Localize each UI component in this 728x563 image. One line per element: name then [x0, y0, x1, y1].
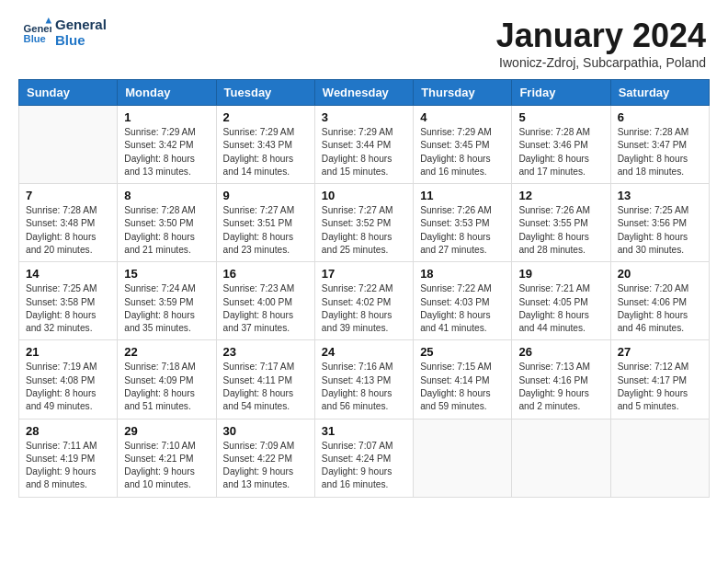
calendar-cell: 30Sunrise: 7:09 AM Sunset: 4:22 PM Dayli…: [216, 419, 314, 497]
calendar-cell: 12Sunrise: 7:26 AM Sunset: 3:55 PM Dayli…: [512, 184, 610, 262]
day-number: 6: [618, 110, 702, 124]
day-info: Sunrise: 7:16 AM Sunset: 4:13 PM Dayligh…: [322, 361, 406, 413]
day-info: Sunrise: 7:22 AM Sunset: 4:03 PM Dayligh…: [420, 282, 505, 335]
day-number: 1: [124, 110, 209, 124]
calendar-cell: [512, 419, 610, 497]
calendar-header: SundayMondayTuesdayWednesdayThursdayFrid…: [19, 80, 710, 106]
day-number: 5: [518, 110, 603, 124]
calendar-cell: 1Sunrise: 7:29 AM Sunset: 3:42 PM Daylig…: [118, 106, 216, 184]
day-number: 13: [618, 189, 702, 202]
day-info: Sunrise: 7:29 AM Sunset: 3:45 PM Dayligh…: [420, 126, 505, 178]
calendar-cell: 11Sunrise: 7:26 AM Sunset: 3:53 PM Dayli…: [414, 184, 512, 262]
day-number: 7: [26, 189, 110, 202]
day-number: 11: [420, 189, 505, 202]
day-info: Sunrise: 7:29 AM Sunset: 3:43 PM Dayligh…: [223, 126, 308, 178]
day-header-tuesday: Tuesday: [216, 80, 314, 106]
calendar-cell: [610, 419, 709, 497]
day-number: 3: [322, 110, 406, 124]
calendar-cell: 17Sunrise: 7:22 AM Sunset: 4:02 PM Dayli…: [314, 262, 413, 340]
calendar-week-1: 7Sunrise: 7:28 AM Sunset: 3:48 PM Daylig…: [19, 184, 710, 262]
day-number: 21: [26, 345, 110, 359]
calendar-cell: [414, 419, 512, 497]
day-info: Sunrise: 7:27 AM Sunset: 3:51 PM Dayligh…: [223, 204, 308, 257]
day-number: 9: [223, 189, 308, 202]
day-header-thursday: Thursday: [414, 80, 512, 106]
day-info: Sunrise: 7:22 AM Sunset: 4:02 PM Dayligh…: [322, 282, 406, 335]
day-number: 20: [618, 267, 702, 281]
day-header-friday: Friday: [512, 80, 610, 106]
calendar-cell: 19Sunrise: 7:21 AM Sunset: 4:05 PM Dayli…: [512, 262, 610, 340]
day-info: Sunrise: 7:07 AM Sunset: 4:24 PM Dayligh…: [322, 440, 406, 492]
day-info: Sunrise: 7:09 AM Sunset: 4:22 PM Dayligh…: [223, 440, 308, 492]
svg-marker-2: [46, 17, 51, 23]
calendar-cell: 18Sunrise: 7:22 AM Sunset: 4:03 PM Dayli…: [414, 262, 512, 340]
day-info: Sunrise: 7:26 AM Sunset: 3:53 PM Dayligh…: [420, 204, 505, 257]
day-info: Sunrise: 7:18 AM Sunset: 4:09 PM Dayligh…: [124, 361, 209, 413]
day-number: 29: [124, 424, 209, 438]
calendar-cell: 31Sunrise: 7:07 AM Sunset: 4:24 PM Dayli…: [314, 419, 413, 497]
day-number: 10: [322, 189, 406, 202]
day-number: 19: [518, 267, 603, 281]
day-number: 25: [420, 345, 505, 359]
calendar-cell: 14Sunrise: 7:25 AM Sunset: 3:58 PM Dayli…: [19, 262, 118, 340]
day-info: Sunrise: 7:19 AM Sunset: 4:08 PM Dayligh…: [26, 361, 110, 413]
title-block: January 2024 Iwonicz-Zdroj, Subcarpathia…: [496, 17, 706, 70]
day-info: Sunrise: 7:17 AM Sunset: 4:11 PM Dayligh…: [223, 361, 308, 413]
calendar-cell: 29Sunrise: 7:10 AM Sunset: 4:21 PM Dayli…: [118, 419, 216, 497]
logo-blue: Blue: [55, 32, 107, 48]
calendar-cell: 24Sunrise: 7:16 AM Sunset: 4:13 PM Dayli…: [314, 340, 413, 419]
calendar-cell: 27Sunrise: 7:12 AM Sunset: 4:17 PM Dayli…: [610, 340, 709, 419]
page-header: General Blue General Blue January 2024 I…: [0, 0, 728, 79]
day-info: Sunrise: 7:12 AM Sunset: 4:17 PM Dayligh…: [618, 361, 702, 413]
calendar-cell: 16Sunrise: 7:23 AM Sunset: 4:00 PM Dayli…: [216, 262, 314, 340]
calendar-cell: [19, 106, 118, 184]
calendar-cell: 15Sunrise: 7:24 AM Sunset: 3:59 PM Dayli…: [118, 262, 216, 340]
location-subtitle: Iwonicz-Zdroj, Subcarpathia, Poland: [496, 55, 706, 70]
day-info: Sunrise: 7:11 AM Sunset: 4:19 PM Dayligh…: [26, 440, 110, 492]
calendar-cell: 28Sunrise: 7:11 AM Sunset: 4:19 PM Dayli…: [19, 419, 118, 497]
calendar-cell: 4Sunrise: 7:29 AM Sunset: 3:45 PM Daylig…: [414, 106, 512, 184]
day-number: 12: [518, 189, 603, 202]
calendar-cell: 21Sunrise: 7:19 AM Sunset: 4:08 PM Dayli…: [19, 340, 118, 419]
day-number: 8: [124, 189, 209, 202]
day-info: Sunrise: 7:23 AM Sunset: 4:00 PM Dayligh…: [223, 282, 308, 335]
calendar-cell: 13Sunrise: 7:25 AM Sunset: 3:56 PM Dayli…: [610, 184, 709, 262]
calendar-cell: 2Sunrise: 7:29 AM Sunset: 3:43 PM Daylig…: [216, 106, 314, 184]
day-info: Sunrise: 7:29 AM Sunset: 3:42 PM Dayligh…: [124, 126, 209, 178]
logo-icon: General Blue: [22, 17, 51, 47]
logo: General Blue General Blue: [22, 17, 107, 49]
day-number: 16: [223, 267, 308, 281]
calendar-cell: 8Sunrise: 7:28 AM Sunset: 3:50 PM Daylig…: [118, 184, 216, 262]
calendar-week-3: 21Sunrise: 7:19 AM Sunset: 4:08 PM Dayli…: [19, 340, 710, 419]
calendar-week-2: 14Sunrise: 7:25 AM Sunset: 3:58 PM Dayli…: [19, 262, 710, 340]
day-info: Sunrise: 7:21 AM Sunset: 4:05 PM Dayligh…: [518, 282, 603, 335]
calendar-body: 1Sunrise: 7:29 AM Sunset: 3:42 PM Daylig…: [19, 106, 710, 498]
day-info: Sunrise: 7:13 AM Sunset: 4:16 PM Dayligh…: [518, 361, 603, 413]
calendar-cell: 3Sunrise: 7:29 AM Sunset: 3:44 PM Daylig…: [314, 106, 413, 184]
calendar-table: SundayMondayTuesdayWednesdayThursdayFrid…: [18, 79, 710, 498]
day-number: 23: [223, 345, 308, 359]
day-number: 24: [322, 345, 406, 359]
day-info: Sunrise: 7:28 AM Sunset: 3:48 PM Dayligh…: [26, 204, 110, 257]
calendar-cell: 22Sunrise: 7:18 AM Sunset: 4:09 PM Dayli…: [118, 340, 216, 419]
calendar-week-4: 28Sunrise: 7:11 AM Sunset: 4:19 PM Dayli…: [19, 419, 710, 497]
day-info: Sunrise: 7:20 AM Sunset: 4:06 PM Dayligh…: [618, 282, 702, 335]
svg-text:General: General: [24, 23, 51, 34]
logo-general: General: [55, 17, 107, 32]
day-info: Sunrise: 7:25 AM Sunset: 3:56 PM Dayligh…: [618, 204, 702, 257]
svg-text:Blue: Blue: [24, 33, 46, 44]
day-header-saturday: Saturday: [610, 80, 709, 106]
calendar-cell: 5Sunrise: 7:28 AM Sunset: 3:46 PM Daylig…: [512, 106, 610, 184]
day-number: 30: [223, 424, 308, 438]
day-info: Sunrise: 7:28 AM Sunset: 3:46 PM Dayligh…: [518, 126, 603, 178]
calendar-cell: 23Sunrise: 7:17 AM Sunset: 4:11 PM Dayli…: [216, 340, 314, 419]
day-info: Sunrise: 7:28 AM Sunset: 3:50 PM Dayligh…: [124, 204, 209, 257]
day-number: 17: [322, 267, 406, 281]
day-number: 18: [420, 267, 505, 281]
day-number: 26: [518, 345, 603, 359]
day-header-wednesday: Wednesday: [314, 80, 413, 106]
day-number: 4: [420, 110, 505, 124]
day-info: Sunrise: 7:25 AM Sunset: 3:58 PM Dayligh…: [26, 282, 110, 335]
calendar-cell: 9Sunrise: 7:27 AM Sunset: 3:51 PM Daylig…: [216, 184, 314, 262]
day-info: Sunrise: 7:29 AM Sunset: 3:44 PM Dayligh…: [322, 126, 406, 178]
